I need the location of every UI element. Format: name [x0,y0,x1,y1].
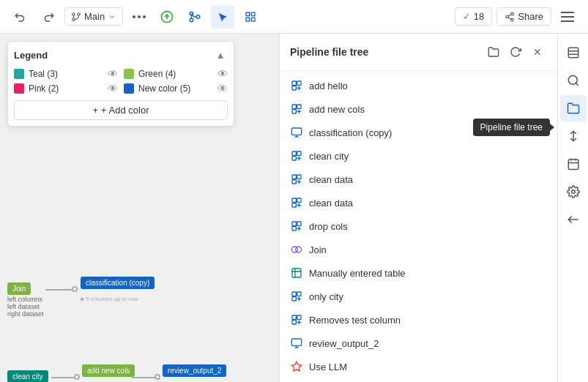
review-output-node[interactable]: review_output_2 [163,364,226,377]
pipeline-item-clean-city[interactable]: clean city [280,144,557,168]
only-city-label: only city [309,291,343,302]
commit-badge[interactable]: ✓ 18 [455,7,492,26]
new-color-eye-button[interactable]: 👁 [217,83,228,94]
grid-button[interactable] [239,5,262,29]
canvas-row-2: clean city add new cols review_output_2 … [7,363,256,382]
svg-point-9 [190,18,193,22]
svg-rect-56 [568,48,578,58]
pink-eye-button[interactable]: 👁 [108,83,118,94]
settings-button[interactable] [560,179,587,205]
svg-rect-50 [297,315,301,319]
svg-rect-27 [297,105,301,108]
svg-point-17 [511,18,514,21]
svg-rect-42 [297,222,301,225]
clean-data-2-icon [290,196,303,209]
clean-city-node[interactable]: clean city [7,370,48,382]
add-new-cols-label: add new cols [309,104,365,115]
pipeline-item-join[interactable]: Join [280,238,557,261]
legend-panel: Legend ▲ Teal (3) 👁 Green (4) 👁 [7,41,234,127]
clean-data-2-label: clean data [309,198,353,209]
menu-button[interactable] [556,5,579,29]
svg-rect-23 [292,81,296,85]
teal-eye-button[interactable]: 👁 [108,68,118,80]
svg-rect-12 [252,12,256,16]
merge-button[interactable] [183,5,206,29]
add-hello-label: add hello [309,80,348,91]
add-color-button[interactable]: + + Add color [14,100,228,120]
legend-collapse-button[interactable]: ▲ [213,48,228,62]
calendar-button[interactable] [560,151,587,177]
svg-rect-43 [292,227,296,231]
clean-city-icon [290,149,303,162]
svg-point-45 [296,247,302,252]
pipeline-item-drop-cols[interactable]: drop cols [280,214,557,238]
teal-label: Teal (3) [29,69,103,79]
legend-item-new-color: New color (5) 👁 [124,83,228,94]
pipeline-item-review-output-2[interactable]: review_output_2 [280,332,557,355]
pipeline-item-add-hello[interactable]: add hello [280,74,557,97]
legend-header: Legend ▲ [14,48,228,62]
svg-line-60 [576,83,578,85]
add-new-cols-node[interactable]: add new cols [82,364,135,377]
sidebar-right [557,34,588,382]
pipeline-list: add hello add new cols classification (c… [280,71,557,382]
commit-count: 18 [474,11,484,22]
clean-data-1-icon [290,173,303,186]
upload-button[interactable] [155,5,179,29]
canvas-nodes-container: Join classification (copy) left columns … [7,275,256,348]
pipeline-close-button[interactable]: ✕ [528,42,547,61]
svg-rect-26 [292,105,296,108]
join-sublabel2: left dataset [7,303,40,310]
layers-button[interactable] [560,40,587,66]
legend-item-green: Green (4) 👁 [124,68,228,80]
folder-button[interactable] [560,95,587,121]
pipeline-item-clean-data-1[interactable]: clean data [280,168,557,191]
canvas-area: Legend ▲ Teal (3) 👁 Green (4) 👁 [0,34,279,382]
svg-line-18 [508,17,511,18]
green-label: Green (4) [138,69,213,79]
svg-rect-25 [292,86,296,90]
pipeline-refresh-button[interactable] [506,42,525,61]
pipeline-item-only-city[interactable]: only city [280,285,557,308]
redo-button[interactable] [37,5,60,29]
connector-dot-1 [72,286,78,292]
svg-point-16 [506,15,509,18]
undo-button[interactable] [9,5,32,29]
use-llm-icon [290,360,303,373]
svg-rect-38 [292,198,296,202]
pipeline-item-removes-test-column[interactable]: Removes test column [280,308,557,332]
svg-rect-24 [297,81,301,85]
pipeline-folder-button[interactable] [484,42,503,61]
add-new-cols-icon [290,102,303,116]
manually-entered-table-label: Manually entered table [309,268,406,279]
search-button[interactable] [560,67,587,94]
svg-rect-28 [292,110,296,113]
connector-3 [132,377,157,378]
more-button[interactable] [127,5,151,29]
split-button[interactable] [560,123,587,149]
branch-selector[interactable]: Main [64,7,123,26]
join-sublabel: left columns [7,296,42,303]
pipeline-item-clean-data-2[interactable]: clean data [280,191,557,214]
join-node[interactable]: Join [7,282,31,295]
review-output-2-label: review_output_2 [309,338,379,349]
pipeline-item-manually-entered-table[interactable]: Manually entered table [280,261,557,285]
cursor-button[interactable] [211,5,234,29]
svg-rect-37 [292,180,296,184]
svg-rect-39 [297,198,301,202]
teal-color-box [14,69,24,79]
svg-point-10 [196,15,200,18]
pipeline-item-use-llm[interactable]: Use LLM [280,355,557,378]
use-llm-label: Use LLM [309,362,347,372]
classification-copy-label: classification (copy) [309,127,392,138]
classification-copy-node[interactable]: classification (copy) [81,277,155,289]
pipeline-item-add-new-cols[interactable]: add new cols [280,97,557,121]
svg-point-4 [138,15,141,18]
legend-item-pink: Pink (2) 👁 [14,83,118,94]
back-button[interactable] [560,206,587,233]
join-label: Join [309,244,327,255]
share-button[interactable]: Share [496,7,551,26]
green-eye-button[interactable]: 👁 [217,68,228,80]
svg-rect-62 [568,160,578,170]
join-icon [290,243,303,256]
